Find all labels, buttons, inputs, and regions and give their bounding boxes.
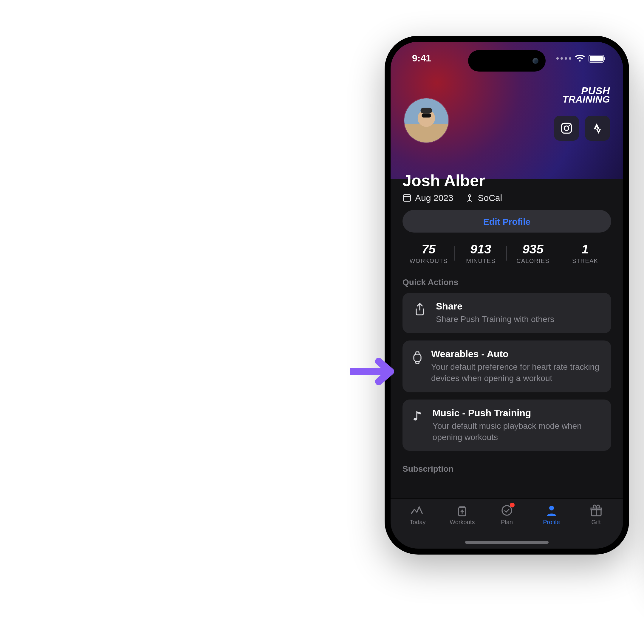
- share-icon: [412, 301, 428, 316]
- watch-icon: [412, 349, 423, 365]
- notification-dot-icon: [510, 503, 515, 507]
- wearables-card[interactable]: Wearables - AutoYour default preference …: [403, 340, 611, 392]
- profile-name: Josh Alber: [403, 172, 611, 190]
- svg-point-7: [569, 125, 570, 126]
- subscription-heading: Subscription: [403, 464, 611, 474]
- share-card[interactable]: ShareShare Push Training with others: [403, 293, 611, 333]
- svg-rect-4: [422, 114, 431, 118]
- dynamic-island: [468, 50, 546, 72]
- svg-rect-10: [414, 354, 421, 361]
- tab-plan[interactable]: Plan: [484, 504, 529, 535]
- phone-profile: 9:41 PUSHTRAINING: [385, 36, 629, 555]
- edit-profile-button[interactable]: Edit Profile: [403, 210, 611, 233]
- location-icon: [465, 193, 474, 202]
- tab-gift[interactable]: Gift: [574, 504, 618, 535]
- svg-point-13: [502, 506, 512, 515]
- avatar[interactable]: [404, 98, 449, 143]
- status-time: 9:41: [412, 53, 431, 64]
- brand-logo: PUSHTRAINING: [563, 87, 610, 104]
- tab-today[interactable]: Today: [395, 504, 440, 535]
- annotation-arrow-icon: [350, 357, 401, 389]
- location: SoCal: [465, 193, 502, 203]
- tab-workouts[interactable]: Workouts: [440, 504, 485, 535]
- svg-point-11: [414, 418, 417, 420]
- stats-row: 75WORKOUTS 913MINUTES 935CALORIES 1STREA…: [403, 242, 611, 264]
- instagram-icon[interactable]: [554, 116, 579, 141]
- svg-point-14: [549, 506, 554, 510]
- home-indicator[interactable]: [465, 541, 549, 544]
- music-icon: [412, 408, 424, 422]
- battery-icon: [589, 55, 604, 62]
- tab-profile[interactable]: Profile: [529, 504, 574, 535]
- svg-rect-3: [421, 108, 432, 113]
- svg-rect-5: [562, 123, 572, 133]
- music-card[interactable]: Music - Push TrainingYour default music …: [403, 399, 611, 451]
- quick-actions-heading: Quick Actions: [403, 277, 611, 287]
- strava-icon[interactable]: [585, 116, 610, 141]
- calendar-icon: [403, 193, 411, 202]
- svg-point-6: [564, 126, 569, 130]
- wifi-icon: [575, 55, 585, 62]
- joined-date: Aug 2023: [403, 193, 453, 203]
- svg-rect-8: [403, 195, 411, 202]
